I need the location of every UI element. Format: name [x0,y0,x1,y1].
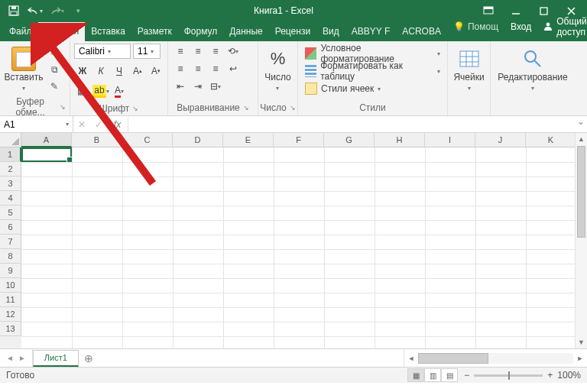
zoom-in-icon[interactable]: + [547,370,553,381]
cells-button[interactable]: Ячейки▾ [452,44,486,92]
cancel-formula-icon[interactable]: ✕ [73,117,90,132]
sign-in[interactable]: Вход [504,18,537,36]
tab-data[interactable]: Данные [223,22,268,41]
column-header[interactable]: D [173,133,223,147]
row-header[interactable]: 2 [0,162,21,177]
tab-review[interactable]: Рецензи [269,22,316,41]
align-right-icon[interactable]: ≡ [207,61,224,76]
tab-insert[interactable]: Вставка [85,22,131,41]
sheet-tab[interactable]: Лист1 [33,350,79,367]
undo-icon[interactable]: ▾ [26,2,44,20]
decrease-indent-icon[interactable]: ⇤ [172,79,189,94]
merge-icon[interactable]: ⊟▾ [207,79,224,94]
align-left-icon[interactable]: ≡ [172,61,189,76]
paste-button[interactable]: Вставить▾ [4,44,44,92]
orientation-icon[interactable]: ⟲▾ [225,44,242,59]
fill-color-icon[interactable]: ab▾ [92,83,109,99]
column-header[interactable]: E [223,133,274,147]
enter-formula-icon[interactable]: ✓ [90,117,107,132]
column-header[interactable]: J [475,133,526,147]
zoom-level[interactable]: 100% [557,370,581,381]
row-header[interactable]: 8 [0,249,21,264]
wrap-text-icon[interactable]: ↩ [225,61,242,76]
increase-indent-icon[interactable]: ⇥ [190,79,206,94]
cell-styles-button[interactable]: Стили ячеек▾ [302,81,443,96]
row-header[interactable]: 13 [0,322,21,336]
grow-font-icon[interactable]: A▴ [129,63,146,79]
bold-button[interactable]: Ж [74,63,91,79]
normal-view-icon[interactable]: ▦ [407,368,424,382]
row-header[interactable]: 7 [0,235,21,249]
launcher-icon[interactable]: ↘ [290,104,296,112]
sheet-nav-next-icon[interactable]: ► [17,352,28,364]
italic-button[interactable]: К [92,63,109,79]
number-format-button[interactable]: % Число▾ [262,44,294,92]
row-header[interactable]: 11 [0,293,21,307]
conditional-formatting-button[interactable]: Условное форматирование▾ [302,46,443,61]
format-painter-icon[interactable]: ✎ [46,79,63,94]
column-header[interactable]: G [324,133,375,147]
shrink-font-icon[interactable]: A▾ [148,63,164,79]
column-header[interactable]: C [122,133,173,147]
cells-area[interactable] [21,147,587,348]
editing-button[interactable]: Редактирование▾ [495,44,571,92]
column-header[interactable]: I [425,133,475,147]
active-cell[interactable] [21,147,72,162]
add-sheet-icon[interactable]: ⊕ [79,349,99,367]
select-all-corner[interactable] [0,133,21,147]
launcher-icon[interactable]: ↘ [243,104,249,112]
copy-icon[interactable]: ⧉ [46,62,63,77]
column-header[interactable]: K [526,133,576,147]
align-top-icon[interactable]: ≡ [172,44,189,59]
zoom-slider[interactable] [474,374,543,377]
tab-formulas[interactable]: Формул [178,22,224,41]
page-break-view-icon[interactable]: ▤ [441,368,458,382]
row-header[interactable]: 12 [0,307,21,322]
row-header[interactable]: 10 [0,278,21,293]
share-button[interactable]: Общий доступ [537,12,587,41]
column-header[interactable]: H [375,133,425,147]
formula-input[interactable] [128,120,575,129]
expand-formula-icon[interactable]: ⌄ [575,116,587,132]
redo-icon[interactable]: ▾ [47,2,66,20]
hscroll-thumb[interactable] [418,353,488,364]
row-header[interactable]: 9 [0,264,21,278]
row-header[interactable]: 3 [0,177,21,191]
row-header[interactable]: 1 [0,147,21,162]
launcher-icon[interactable]: ↘ [60,103,66,111]
format-as-table-button[interactable]: Форматировать как таблицу▾ [302,63,443,79]
align-middle-icon[interactable]: ≡ [190,44,206,59]
scroll-right-icon[interactable]: ► [575,355,585,362]
sheet-nav-prev-icon[interactable]: ◄ [5,352,15,364]
tab-file[interactable]: Файл [3,22,38,41]
row-header[interactable]: 6 [0,220,21,235]
fx-icon[interactable]: fx [107,117,128,132]
underline-button[interactable]: Ч [111,63,128,79]
name-box[interactable]: A1▾ [0,116,73,132]
font-color-icon[interactable]: A▾ [111,83,128,99]
column-header[interactable]: A [21,133,72,147]
column-header[interactable]: B [72,133,122,147]
vertical-scrollbar[interactable]: ▲ ▼ [575,147,587,348]
row-header[interactable]: 5 [0,206,21,220]
border-icon[interactable]: ▦▾ [74,83,91,99]
align-center-icon[interactable]: ≡ [190,61,206,76]
font-name-combo[interactable]: Calibri▾ [74,44,131,59]
horizontal-scrollbar[interactable]: ◄ ► [404,349,587,367]
zoom-out-icon[interactable]: − [464,370,469,381]
row-header[interactable]: 4 [0,191,21,206]
tab-abbyy[interactable]: ABBYY F [345,22,396,41]
align-bottom-icon[interactable]: ≡ [207,44,224,59]
save-icon[interactable] [5,2,23,20]
column-header[interactable]: F [274,133,324,147]
scroll-thumb[interactable] [577,147,585,238]
scroll-down-icon[interactable]: ▼ [576,336,587,348]
tab-view[interactable]: Вид [316,22,345,41]
tab-acrobat[interactable]: ACROBA [396,22,447,41]
qat-customize-icon[interactable]: ▾ [69,2,87,20]
tell-me[interactable]: 💡Помощ [447,21,504,32]
tab-layout[interactable]: Разметк [131,22,178,41]
launcher-icon[interactable]: ↘ [132,105,138,112]
tab-home[interactable]: Главная [38,22,86,41]
cut-icon[interactable]: ✂ [46,45,63,60]
